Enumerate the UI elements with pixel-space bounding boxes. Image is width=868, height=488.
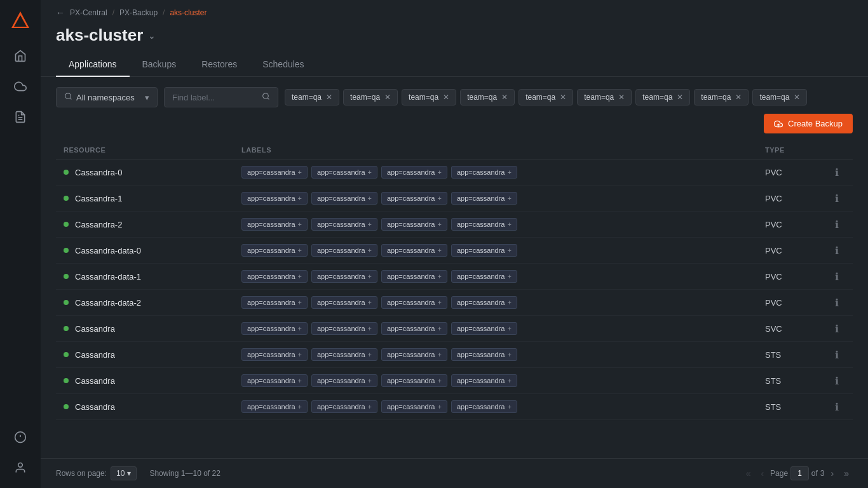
label-add-icon[interactable]: +: [437, 377, 441, 384]
label-add-icon[interactable]: +: [507, 220, 511, 228]
label-add-icon[interactable]: +: [507, 351, 511, 358]
label-add-icon[interactable]: +: [437, 220, 441, 228]
label-add-icon[interactable]: +: [368, 403, 372, 410]
label-chip: app=cassandra+: [311, 374, 377, 387]
label-add-icon[interactable]: +: [368, 325, 372, 332]
label-add-icon[interactable]: +: [437, 247, 441, 254]
label-add-icon[interactable]: +: [437, 351, 441, 358]
label-add-icon[interactable]: +: [298, 247, 302, 254]
create-backup-button[interactable]: Create Backup: [764, 114, 853, 133]
label-add-icon[interactable]: +: [507, 194, 511, 202]
filter-tag-close-0[interactable]: ✕: [326, 93, 332, 102]
label-add-icon[interactable]: +: [507, 403, 511, 410]
info-icon[interactable]: ℹ: [835, 376, 839, 386]
label-add-icon[interactable]: +: [437, 194, 441, 202]
label-add-icon[interactable]: +: [368, 273, 372, 280]
label-add-icon[interactable]: +: [368, 168, 372, 176]
label-add-icon[interactable]: +: [507, 325, 511, 332]
tab-restores[interactable]: Restores: [189, 53, 250, 77]
info-icon[interactable]: ℹ: [835, 219, 839, 230]
label-search-input[interactable]: [172, 93, 258, 102]
labels-cell: app=cassandra+app=cassandra+app=cassandr…: [241, 400, 750, 413]
rows-select[interactable]: 10 ▾: [111, 466, 137, 480]
last-page-button[interactable]: »: [840, 466, 853, 480]
table-row: Cassandra app=cassandra+app=cassandra+ap…: [56, 342, 853, 368]
info-icon[interactable]: ℹ: [835, 402, 839, 412]
label-add-icon[interactable]: +: [507, 168, 511, 176]
label-add-icon[interactable]: +: [298, 299, 302, 306]
label-add-icon[interactable]: +: [437, 273, 441, 280]
next-page-button[interactable]: ›: [827, 466, 838, 480]
filter-tag-close-2[interactable]: ✕: [443, 93, 449, 102]
label-add-icon[interactable]: +: [368, 247, 372, 254]
sidebar-item-docs[interactable]: [8, 104, 33, 130]
filter-tag-close-8[interactable]: ✕: [794, 93, 800, 102]
filter-tag-close-5[interactable]: ✕: [618, 93, 625, 102]
label-search[interactable]: [164, 87, 278, 107]
label-add-icon[interactable]: +: [298, 168, 302, 176]
label-add-icon[interactable]: +: [507, 273, 511, 280]
label-chip: app=cassandra+: [381, 192, 447, 205]
info-icon[interactable]: ℹ: [835, 245, 839, 256]
tab-applications[interactable]: Applications: [56, 53, 130, 77]
label-chip: app=cassandra+: [311, 348, 377, 361]
sidebar-item-user[interactable]: [8, 455, 33, 480]
label-add-icon[interactable]: +: [298, 194, 302, 202]
label-add-icon[interactable]: +: [368, 377, 372, 384]
label-add-icon[interactable]: +: [437, 403, 441, 410]
label-add-icon[interactable]: +: [298, 325, 302, 332]
label-add-icon[interactable]: +: [437, 168, 441, 176]
label-chip: app=cassandra+: [451, 166, 517, 179]
filter-tag-close-4[interactable]: ✕: [560, 93, 566, 102]
filter-tag-close-3[interactable]: ✕: [501, 93, 508, 102]
label-add-icon[interactable]: +: [507, 377, 511, 384]
cluster-dropdown[interactable]: ⌄: [148, 30, 156, 41]
info-icon[interactable]: ℹ: [835, 323, 839, 334]
resource-cell: Cassandra-0: [64, 168, 226, 177]
info-icon[interactable]: ℹ: [835, 297, 839, 308]
tab-backups[interactable]: Backups: [130, 53, 189, 77]
sidebar-item-cloud[interactable]: [8, 74, 33, 99]
first-page-button[interactable]: «: [742, 466, 755, 480]
filter-tag-close-7[interactable]: ✕: [735, 93, 742, 102]
label-add-icon[interactable]: +: [368, 351, 372, 358]
label-add-icon[interactable]: +: [298, 273, 302, 280]
label-add-icon[interactable]: +: [437, 325, 441, 332]
filter-tag-close-6[interactable]: ✕: [677, 93, 683, 102]
sidebar-item-home[interactable]: [8, 43, 33, 69]
info-icon[interactable]: ℹ: [835, 271, 839, 282]
label-add-icon[interactable]: +: [368, 299, 372, 306]
resource-cell: Cassandra-data-2: [64, 298, 226, 308]
label-add-icon[interactable]: +: [298, 377, 302, 384]
tab-schedules[interactable]: Schedules: [250, 53, 316, 77]
breadcrumb-current: aks-cluster: [170, 8, 207, 17]
filter-tag-5: team=qa✕: [577, 89, 632, 105]
label-add-icon[interactable]: +: [368, 220, 372, 228]
label-add-icon[interactable]: +: [298, 220, 302, 228]
label-add-icon[interactable]: +: [507, 299, 511, 306]
label-add-icon[interactable]: +: [437, 299, 441, 306]
label-chip: app=cassandra+: [241, 400, 308, 413]
resources-table: Resource Labels Type Cassandra-0 app=cas…: [56, 141, 853, 420]
label-chip: app=cassandra+: [381, 374, 447, 387]
namespace-select[interactable]: All namespaces ▾: [56, 87, 158, 107]
showing-text: Showing 1—10 of 22: [149, 469, 220, 478]
label-add-icon[interactable]: +: [298, 351, 302, 358]
label-add-icon[interactable]: +: [507, 247, 511, 254]
filter-tag-close-1[interactable]: ✕: [384, 93, 391, 102]
current-page: 1: [790, 466, 809, 480]
svg-line-9: [70, 98, 71, 99]
info-icon[interactable]: ℹ: [835, 167, 839, 178]
sidebar-item-info[interactable]: [8, 424, 33, 450]
label-add-icon[interactable]: +: [298, 403, 302, 410]
label-text: app=cassandra: [317, 403, 365, 410]
info-icon[interactable]: ℹ: [835, 193, 839, 204]
prev-page-button[interactable]: ‹: [757, 466, 768, 480]
breadcrumb-px-central[interactable]: PX-Central: [70, 8, 107, 17]
info-icon[interactable]: ℹ: [835, 349, 839, 360]
label-add-icon[interactable]: +: [368, 194, 372, 202]
label-chip: app=cassandra+: [381, 166, 447, 179]
back-button[interactable]: ←: [56, 8, 65, 18]
labels-cell: app=cassandra+app=cassandra+app=cassandr…: [241, 270, 750, 283]
breadcrumb-px-backup[interactable]: PX-Backup: [119, 8, 158, 17]
